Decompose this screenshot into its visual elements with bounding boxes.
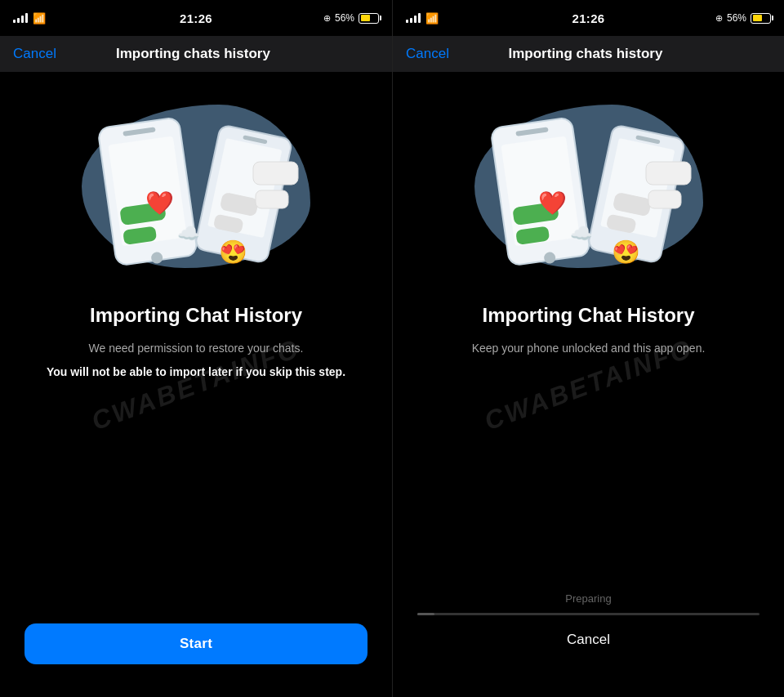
svg-text:😍: 😍 xyxy=(611,239,639,266)
signal-icon xyxy=(13,13,28,23)
battery-percent-2: 56% xyxy=(727,12,746,24)
progress-bar-fill xyxy=(417,613,434,615)
battery-icon-1 xyxy=(359,13,379,24)
wifi-icon: 📶 xyxy=(33,12,46,25)
svg-text:❤️: ❤️ xyxy=(537,190,566,217)
wifi-icon-2: 📶 xyxy=(425,12,439,25)
battery-icon-2 xyxy=(751,13,771,24)
main-heading-1: Importing Chat History xyxy=(90,304,302,327)
cancel-progress-button[interactable]: Cancel xyxy=(567,632,610,648)
svg-rect-32 xyxy=(646,162,691,185)
bold-text-1: You will not be able to import later if … xyxy=(47,364,345,381)
signal-icon-2 xyxy=(406,13,421,23)
progress-area: Preparing Cancel xyxy=(417,592,760,648)
screen-1: 📶 21:26 ⊕ 56% Cancel Importing chats his… xyxy=(0,0,392,697)
status-bar-2: 📶 21:26 ⊕ 56% xyxy=(393,0,784,36)
nav-bar-2: Cancel Importing chats history xyxy=(393,36,784,72)
status-right-1: ⊕ 56% xyxy=(314,12,379,24)
phones-illustration-1: ❤️ ☁️ 😍 xyxy=(74,96,318,276)
progress-bar-container xyxy=(417,613,760,615)
svg-text:❤️: ❤️ xyxy=(145,190,174,217)
bottom-area-1: Start xyxy=(24,623,368,664)
sub-text-1: We need permission to restore your chats… xyxy=(89,340,304,357)
sub-text-2: Keep your phone unlocked and this app op… xyxy=(472,340,706,357)
nav-title-2: Importing chats history xyxy=(509,46,663,62)
status-left-1: 📶 xyxy=(13,12,78,25)
status-bar-1: 📶 21:26 ⊕ 56% xyxy=(0,0,392,36)
nav-title-1: Importing chats history xyxy=(116,46,270,62)
time-2: 21:26 xyxy=(572,11,605,25)
nav-bar-1: Cancel Importing chats history xyxy=(0,36,392,72)
start-button[interactable]: Start xyxy=(24,623,368,664)
content-1: ❤️ ☁️ 😍 Importing Chat History We need p… xyxy=(0,72,392,697)
svg-rect-16 xyxy=(256,190,288,208)
location-icon-2: ⊕ xyxy=(715,13,723,24)
screen-2: 📶 21:26 ⊕ 56% Cancel Importing chats his… xyxy=(392,0,784,697)
cancel-button-2[interactable]: Cancel xyxy=(406,46,449,62)
progress-label: Preparing xyxy=(417,592,760,605)
battery-percent-1: 56% xyxy=(335,12,354,24)
svg-rect-15 xyxy=(253,162,298,185)
status-left-2: 📶 xyxy=(406,12,471,25)
svg-rect-33 xyxy=(648,190,681,208)
content-2: ❤️ ☁️ 😍 Importing Chat History Keep your… xyxy=(393,72,784,697)
location-icon: ⊕ xyxy=(323,13,331,24)
illustration-1: ❤️ ☁️ 😍 xyxy=(65,88,327,284)
cancel-button-1[interactable]: Cancel xyxy=(13,46,56,62)
main-heading-2: Importing Chat History xyxy=(482,304,694,327)
svg-text:😍: 😍 xyxy=(219,239,247,266)
status-right-2: ⊕ 56% xyxy=(706,12,771,24)
time-1: 21:26 xyxy=(180,11,212,25)
svg-text:☁️: ☁️ xyxy=(569,222,592,244)
svg-text:☁️: ☁️ xyxy=(177,222,200,244)
phones-illustration-2: ❤️ ☁️ 😍 xyxy=(466,96,711,276)
illustration-2: ❤️ ☁️ 😍 xyxy=(458,88,719,284)
